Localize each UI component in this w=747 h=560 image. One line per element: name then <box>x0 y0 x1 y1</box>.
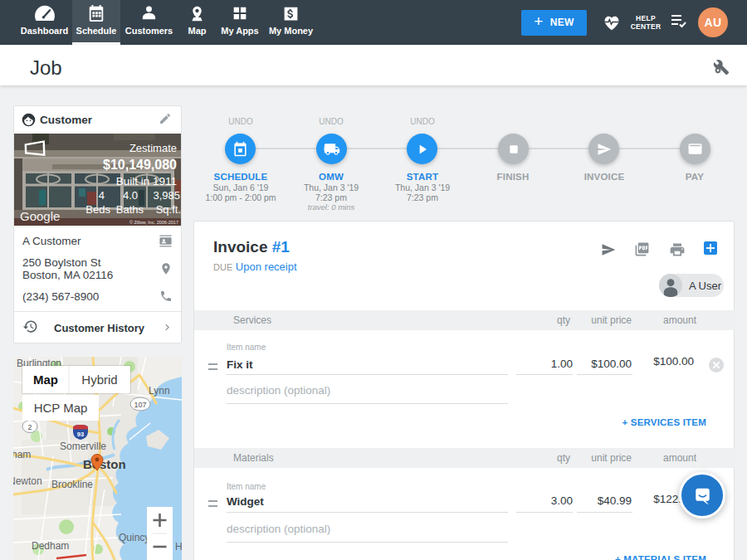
svg-text:Dedham: Dedham <box>32 540 69 552</box>
svg-text:Newton: Newton <box>13 475 42 487</box>
svg-text:Somerville: Somerville <box>60 441 106 452</box>
svg-text:Hybrid: Hybrid <box>81 373 117 387</box>
svg-text:Quincy: Quincy <box>119 532 149 543</box>
svg-text:Lynn: Lynn <box>149 385 170 397</box>
svg-text:2: 2 <box>27 423 32 431</box>
svg-text:Beds: Beds <box>85 203 110 216</box>
svg-text:Boston: Boston <box>83 457 126 471</box>
svg-text:Map: Map <box>33 373 58 387</box>
svg-text:Google: Google <box>20 209 60 223</box>
svg-text:Sq.ft.: Sq.ft. <box>156 203 181 216</box>
svg-text:3,985: 3,985 <box>153 189 180 202</box>
svg-text:Zestimate: Zestimate <box>129 142 177 154</box>
svg-text:© Zillow, Inc. 2006-2017: © Zillow, Inc. 2006-2017 <box>129 220 178 225</box>
svg-text:$10,149,080: $10,149,080 <box>103 158 177 172</box>
svg-text:ham: ham <box>13 449 31 460</box>
svg-text:4: 4 <box>99 189 105 202</box>
svg-text:Brookline: Brookline <box>51 479 93 490</box>
svg-text:HCP Map: HCP Map <box>34 401 88 415</box>
svg-text:93: 93 <box>77 431 84 438</box>
svg-text:Baths: Baths <box>116 203 144 216</box>
svg-text:107: 107 <box>134 401 146 409</box>
svg-text:Built in 1911: Built in 1911 <box>116 175 177 187</box>
svg-text:Hi: Hi <box>175 541 182 553</box>
svg-text:4.0: 4.0 <box>123 189 138 202</box>
